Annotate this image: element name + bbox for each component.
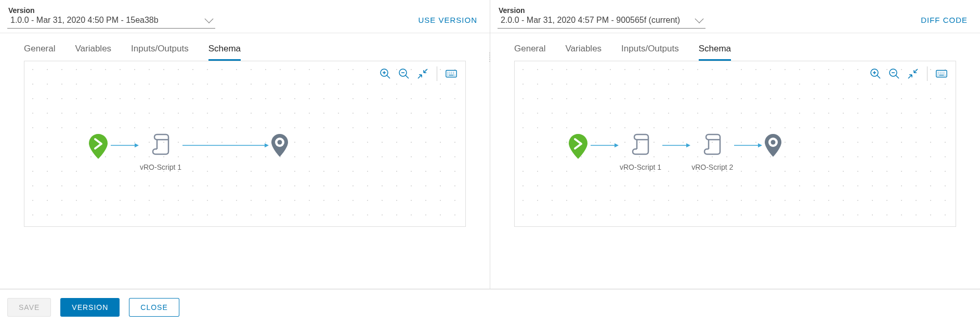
zoom-out-icon[interactable] bbox=[887, 67, 901, 80]
schema-canvas-left[interactable]: vRO-Script 1 bbox=[24, 61, 466, 227]
version-label-right: Version bbox=[499, 6, 705, 15]
script-node-1[interactable]: vRO-Script 1 bbox=[140, 133, 181, 172]
end-node[interactable] bbox=[763, 133, 783, 174]
arrow-icon bbox=[733, 133, 763, 156]
save-button: SAVE bbox=[7, 298, 51, 317]
version-select-right[interactable]: 2.0.0 - Mar 31, 2020 4:57 PM - 900565f (… bbox=[498, 16, 705, 29]
end-node[interactable] bbox=[270, 133, 290, 174]
tab-general[interactable]: General bbox=[24, 44, 55, 61]
zoom-in-icon[interactable] bbox=[378, 67, 392, 80]
version-value-left: 1.0.0 - Mar 31, 2020 4:50 PM - 15ea38b bbox=[10, 16, 206, 25]
chevron-down-icon bbox=[695, 15, 704, 23]
keyboard-icon[interactable] bbox=[445, 67, 458, 80]
tab-inputs-outputs[interactable]: Inputs/Outputs bbox=[131, 44, 189, 61]
schema-canvas-right[interactable]: vRO-Script 1 vRO-Script 2 bbox=[514, 61, 956, 227]
tab-variables[interactable]: Variables bbox=[75, 44, 111, 61]
tab-inputs-outputs[interactable]: Inputs/Outputs bbox=[621, 44, 679, 61]
tab-schema[interactable]: Schema bbox=[208, 44, 241, 61]
version-label-left: Version bbox=[8, 6, 215, 15]
script-node-2[interactable]: vRO-Script 2 bbox=[691, 133, 733, 172]
toolbar-divider bbox=[927, 66, 927, 81]
chevron-down-icon bbox=[205, 15, 214, 23]
arrow-icon bbox=[590, 133, 620, 156]
arrow-icon bbox=[661, 133, 691, 156]
tabs-left: General Variables Inputs/Outputs Schema bbox=[0, 33, 490, 61]
script-node-1[interactable]: vRO-Script 1 bbox=[620, 133, 661, 172]
version-select-left[interactable]: 1.0.0 - Mar 31, 2020 4:50 PM - 15ea38b bbox=[7, 16, 215, 29]
version-button[interactable]: VERSION bbox=[60, 298, 120, 317]
fit-screen-icon[interactable] bbox=[416, 67, 429, 80]
use-version-button[interactable]: USE VERSION bbox=[418, 11, 477, 29]
zoom-in-icon[interactable] bbox=[869, 67, 882, 80]
footer: SAVE VERSION CLOSE bbox=[0, 289, 980, 325]
keyboard-icon[interactable] bbox=[935, 67, 948, 80]
toolbar-divider bbox=[437, 66, 437, 81]
version-value-right: 2.0.0 - Mar 31, 2020 4:57 PM - 900565f (… bbox=[501, 16, 696, 25]
start-node[interactable] bbox=[87, 133, 110, 177]
close-button[interactable]: CLOSE bbox=[129, 298, 179, 317]
tab-schema[interactable]: Schema bbox=[699, 44, 731, 61]
fit-screen-icon[interactable] bbox=[906, 67, 920, 80]
tabs-right: General Variables Inputs/Outputs Schema bbox=[490, 33, 980, 61]
tab-general[interactable]: General bbox=[514, 44, 545, 61]
tab-variables[interactable]: Variables bbox=[565, 44, 602, 61]
right-pane: Version 2.0.0 - Mar 31, 2020 4:57 PM - 9… bbox=[490, 0, 980, 289]
zoom-out-icon[interactable] bbox=[397, 67, 411, 80]
diff-code-button[interactable]: DIFF CODE bbox=[921, 11, 968, 29]
start-node[interactable] bbox=[567, 133, 590, 177]
left-pane: Version 1.0.0 - Mar 31, 2020 4:50 PM - 1… bbox=[0, 0, 490, 289]
arrow-icon bbox=[110, 133, 140, 156]
arrow-icon bbox=[181, 133, 270, 156]
